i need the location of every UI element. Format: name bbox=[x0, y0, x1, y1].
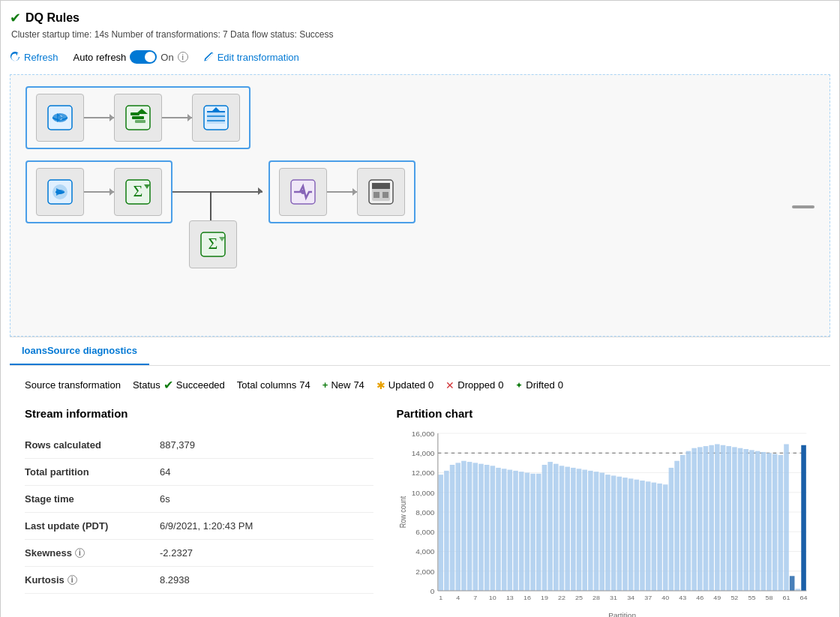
svg-rect-3 bbox=[132, 116, 144, 119]
updated-icon: ✱ bbox=[376, 379, 386, 391]
svg-rect-81 bbox=[658, 484, 663, 591]
svg-rect-67 bbox=[577, 469, 582, 591]
stream-info-row: Total partition64 bbox=[25, 459, 374, 486]
svg-rect-75 bbox=[623, 478, 628, 591]
diagnostics-panel: loansSource diagnostics bbox=[10, 337, 830, 365]
svg-rect-85 bbox=[680, 455, 686, 591]
svg-rect-57 bbox=[519, 472, 524, 591]
svg-text:6,000: 6,000 bbox=[416, 529, 435, 536]
svg-text:28: 28 bbox=[593, 594, 601, 601]
svg-rect-98 bbox=[755, 451, 760, 591]
svg-rect-101 bbox=[772, 454, 778, 591]
svg-text:40: 40 bbox=[662, 594, 670, 601]
flow-node-aggregate[interactable]: Σ bbox=[114, 168, 162, 216]
stream-info-value: 887,379 bbox=[160, 432, 374, 459]
svg-rect-44 bbox=[445, 471, 450, 591]
chart-container: 02,0004,0006,0008,00010,00012,00014,0001… bbox=[396, 426, 815, 617]
chart-section: Partition chart 02,0004,0006,0008,00010,… bbox=[396, 407, 815, 617]
svg-rect-89 bbox=[704, 446, 709, 591]
flow-group-row2-right bbox=[268, 160, 416, 223]
success-check-icon: ✔ bbox=[10, 10, 21, 26]
new-label: New bbox=[331, 379, 350, 391]
flow-node-source2[interactable] bbox=[36, 168, 84, 216]
svg-text:Σ: Σ bbox=[134, 181, 143, 200]
svg-text:16: 16 bbox=[524, 594, 531, 601]
flow-node-transform1[interactable] bbox=[114, 94, 162, 142]
svg-text:4,000: 4,000 bbox=[416, 548, 435, 556]
svg-text:25: 25 bbox=[576, 594, 584, 601]
content-split: Stream information Rows calculated887,37… bbox=[25, 407, 815, 617]
flow-node-split[interactable] bbox=[279, 168, 327, 216]
svg-rect-84 bbox=[675, 461, 680, 591]
svg-rect-91 bbox=[716, 444, 721, 591]
svg-text:61: 61 bbox=[783, 594, 790, 601]
svg-rect-95 bbox=[738, 448, 743, 591]
svg-rect-59 bbox=[531, 474, 536, 591]
svg-text:Partition: Partition bbox=[609, 612, 637, 617]
svg-text:43: 43 bbox=[680, 594, 687, 601]
svg-rect-79 bbox=[646, 481, 651, 591]
svg-text:64: 64 bbox=[800, 594, 808, 601]
svg-text:13: 13 bbox=[506, 594, 514, 601]
drifted-label: Drifted bbox=[526, 379, 554, 391]
svg-rect-49 bbox=[473, 463, 478, 591]
svg-rect-92 bbox=[721, 445, 726, 591]
chart-title: Partition chart bbox=[396, 407, 815, 420]
stream-info-label: Stage time bbox=[25, 486, 160, 513]
stream-info-row: Last update (PDT)6/9/2021, 1:20:43 PM bbox=[25, 513, 374, 540]
svg-text:14,000: 14,000 bbox=[412, 450, 435, 457]
status-row: Source transformation Status ✔ Succeeded… bbox=[25, 378, 815, 392]
refresh-button[interactable]: Refresh bbox=[10, 52, 58, 63]
info-icon-4[interactable]: i bbox=[75, 548, 85, 558]
auto-refresh-info-icon[interactable]: i bbox=[178, 52, 188, 62]
svg-text:10,000: 10,000 bbox=[412, 489, 435, 496]
svg-rect-83 bbox=[669, 468, 674, 591]
stream-info-label: Total partition bbox=[25, 459, 160, 486]
info-icon-5[interactable]: i bbox=[68, 575, 77, 585]
svg-rect-52 bbox=[490, 466, 496, 591]
flow-node-source1[interactable] bbox=[36, 94, 84, 142]
new-icon: + bbox=[322, 379, 328, 391]
svg-rect-45 bbox=[450, 465, 455, 591]
dropped-icon: ✕ bbox=[446, 379, 454, 391]
flow-node-sink1[interactable] bbox=[192, 94, 240, 142]
sink1-icon bbox=[201, 103, 231, 133]
edit-transformation-button[interactable]: Edit transformation bbox=[203, 52, 299, 63]
flow-node-aggregate2[interactable]: Σ bbox=[189, 220, 237, 268]
svg-rect-56 bbox=[514, 471, 519, 591]
svg-rect-43 bbox=[439, 475, 444, 591]
flow-arrow-4 bbox=[327, 191, 357, 193]
flow-node-window[interactable] bbox=[357, 168, 405, 216]
subtitle: Cluster startup time: 14s Number of tran… bbox=[11, 29, 830, 40]
status-check-icon: ✔ bbox=[164, 378, 173, 392]
scroll-indicator bbox=[792, 205, 814, 208]
svg-rect-50 bbox=[479, 464, 484, 591]
svg-rect-66 bbox=[572, 468, 577, 591]
svg-rect-88 bbox=[698, 447, 703, 591]
stream-info-row: Kurtosis i8.2938 bbox=[25, 567, 374, 594]
svg-rect-62 bbox=[548, 462, 554, 591]
svg-rect-72 bbox=[606, 475, 611, 591]
stream-info-table: Rows calculated887,379Total partition64S… bbox=[25, 432, 374, 594]
svg-rect-80 bbox=[652, 483, 657, 591]
refresh-icon bbox=[10, 52, 20, 62]
stream-info-label: Skewness i bbox=[25, 540, 160, 567]
svg-rect-64 bbox=[560, 466, 565, 591]
svg-text:Σ: Σ bbox=[208, 234, 218, 253]
svg-text:22: 22 bbox=[558, 594, 566, 601]
split-icon bbox=[288, 177, 318, 207]
flow-group-row1 bbox=[26, 86, 250, 149]
svg-text:19: 19 bbox=[541, 594, 548, 601]
svg-text:55: 55 bbox=[748, 594, 756, 601]
stream-info-label: Kurtosis i bbox=[25, 567, 160, 594]
diagnostics-tab[interactable]: loansSource diagnostics bbox=[10, 337, 149, 365]
svg-rect-99 bbox=[761, 452, 766, 591]
svg-rect-97 bbox=[750, 450, 755, 591]
svg-text:12,000: 12,000 bbox=[412, 469, 435, 477]
stream-info-value: -2.2327 bbox=[160, 540, 374, 567]
aggregate-icon: Σ bbox=[123, 177, 153, 207]
svg-rect-71 bbox=[600, 473, 605, 592]
page-title: DQ Rules bbox=[26, 11, 80, 25]
aggregate2-icon: Σ bbox=[198, 229, 228, 259]
stream-info-value: 6/9/2021, 1:20:43 PM bbox=[160, 513, 374, 540]
